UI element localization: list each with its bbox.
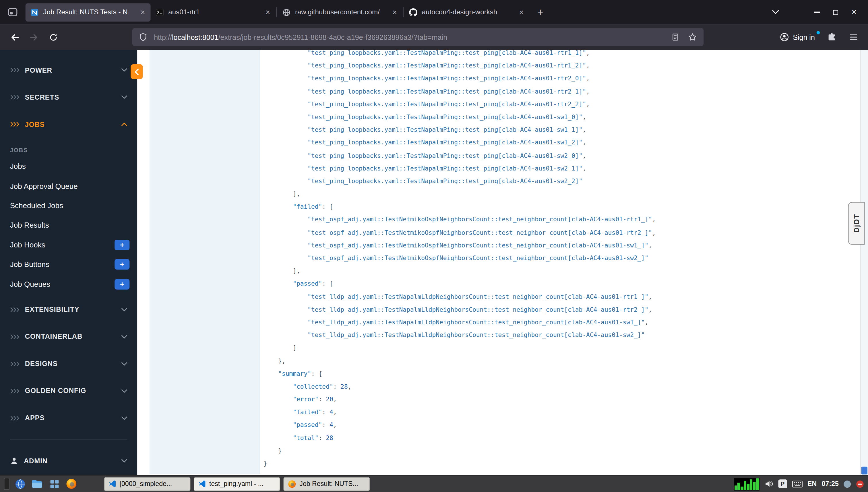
url-text: http://localhost:8001/extras/job-results…	[154, 33, 447, 41]
keyboard-layout-label[interactable]: EN	[808, 480, 817, 488]
json-token: "test_lldp_adj.yaml::TestNapalmLldpNeigh…	[307, 293, 648, 300]
do-not-disturb-icon[interactable]	[856, 479, 864, 488]
taskbar-window-job-result-nuts[interactable]: Job Result: NUTS...	[283, 477, 370, 491]
json-token: "test_ping_loopbacks.yaml::TestNapalmPin…	[307, 126, 582, 133]
browser-tab-aus01-rtr1[interactable]: aus01-rtr1×	[151, 3, 276, 22]
indent	[264, 434, 293, 441]
json-line: ],	[264, 188, 846, 201]
sidebar-item-job-hooks[interactable]: Job Hooks+	[0, 235, 137, 254]
reader-mode-icon[interactable]	[671, 33, 679, 42]
sidebar-group-extensibility[interactable]: EXTENSIBILITY	[0, 296, 137, 323]
show-desktop-button[interactable]	[4, 478, 9, 490]
bookmark-star-icon[interactable]	[688, 33, 697, 42]
browser-tab-autocon4-design-worksh[interactable]: autocon4-design-worksh×	[404, 3, 529, 22]
window-title: [0000_simplede...	[120, 480, 172, 488]
sidebar-group-admin[interactable]: ADMIN	[0, 448, 137, 474]
address-bar[interactable]: http://localhost:8001/extras/job-results…	[132, 28, 703, 46]
taskbar-window-test-ping-yaml[interactable]: test_ping.yaml - ...	[194, 477, 280, 491]
indent	[264, 370, 278, 377]
sign-in-button[interactable]: Sign in	[777, 30, 818, 44]
firefox-view-button[interactable]	[4, 4, 21, 20]
reload-button[interactable]	[44, 28, 62, 46]
triple-chevron-icon	[10, 388, 20, 393]
tab-close-icon[interactable]: ×	[264, 8, 271, 17]
clipboard-manager-icon[interactable]: P	[778, 479, 787, 488]
sidebar-group-power[interactable]: POWER	[0, 56, 137, 83]
json-line: }	[264, 444, 846, 457]
json-line: }	[264, 457, 846, 470]
status-icon[interactable]	[844, 480, 851, 487]
json-token: ,	[348, 383, 352, 390]
vscode-icon	[108, 480, 116, 488]
extensions-icon[interactable]	[823, 28, 840, 46]
tab-close-icon[interactable]: ×	[391, 8, 398, 17]
json-token: : [	[322, 203, 333, 211]
scrollbar-thumb[interactable]	[861, 467, 867, 474]
sidebar-group-golden-config[interactable]: GOLDEN CONFIG	[0, 377, 137, 405]
restore-button[interactable]	[826, 4, 845, 20]
sidebar-item-jobs[interactable]: Jobs	[0, 157, 137, 176]
menu-hamburger-icon[interactable]	[845, 28, 863, 46]
json-token: ]	[293, 344, 297, 352]
add-job-hooks-button[interactable]: +	[115, 240, 129, 250]
sidebar-group-apps[interactable]: APPS	[0, 404, 137, 432]
web-browser-launcher-icon[interactable]	[13, 477, 26, 490]
json-token: :	[333, 383, 341, 390]
new-tab-button[interactable]: +	[532, 4, 548, 20]
json-token: : {	[311, 370, 322, 377]
triple-chevron-icon	[10, 416, 20, 420]
sidebar-item-job-queues[interactable]: Job Queues+	[0, 274, 137, 294]
tracking-protection-shield-icon[interactable]	[139, 33, 147, 42]
json-token: "passed"	[293, 421, 322, 428]
scrollbar[interactable]	[860, 50, 868, 475]
indent	[264, 216, 307, 223]
indent	[264, 383, 293, 390]
firefox-launcher-icon[interactable]	[65, 477, 78, 490]
back-button[interactable]	[5, 28, 23, 46]
minimize-button[interactable]	[807, 4, 826, 20]
volume-icon[interactable]	[764, 480, 773, 488]
json-line: ],	[264, 265, 846, 277]
json-line: "test_lldp_adj.yaml::TestNapalmLldpNeigh…	[264, 329, 846, 342]
sidebar-group-secrets[interactable]: SECRETS	[0, 83, 137, 110]
browser-tab-raw-githubusercontent-co[interactable]: raw.githubusercontent.com/×	[277, 3, 402, 22]
sidebar-item-job-results[interactable]: Job Results	[0, 216, 137, 235]
sidebar-item-label: Jobs	[10, 162, 26, 171]
json-line: "test_ping_loopbacks.yaml::TestNapalmPin…	[264, 149, 846, 162]
triple-chevron-icon	[10, 95, 20, 100]
sidebar-item-job-buttons[interactable]: Job Buttons+	[0, 254, 137, 274]
json-token: "test_ping_loopbacks.yaml::TestNapalmPin…	[307, 114, 582, 121]
account-icon	[780, 33, 789, 42]
app-grid-launcher-icon[interactable]	[48, 477, 61, 490]
taskbar-window-0000-simplede[interactable]: [0000_simplede...	[104, 477, 191, 491]
forward-button[interactable]	[25, 28, 43, 46]
clock[interactable]: 07:25	[822, 480, 839, 488]
close-window-button[interactable]: ×	[845, 4, 864, 20]
sidebar-group-designs[interactable]: DESIGNS	[0, 350, 137, 377]
add-job-buttons-button[interactable]: +	[115, 259, 129, 270]
django-debug-toolbar-handle[interactable]: DjDT	[848, 202, 865, 245]
file-manager-launcher-icon[interactable]	[30, 477, 44, 490]
sidebar-item-scheduled-jobs[interactable]: Scheduled Jobs	[0, 196, 137, 215]
sidebar-group-containerlab[interactable]: CONTAINERLAB	[0, 323, 137, 350]
cpu-graph-icon[interactable]	[734, 477, 760, 490]
chevron-down-icon	[121, 68, 127, 72]
chevron-down-icon	[121, 95, 127, 99]
json-token: "failed"	[293, 203, 322, 211]
tab-close-icon[interactable]: ×	[518, 8, 525, 17]
json-line: "failed": 4,	[264, 406, 846, 419]
sidebar-group-jobs[interactable]: JOBS	[0, 111, 137, 138]
tab-strip: Job Result: NUTS Tests - N×aus01-rtr1×ra…	[26, 0, 529, 24]
json-token: },	[278, 358, 286, 365]
tab-close-icon[interactable]: ×	[140, 8, 146, 17]
json-token: "test_ping_loopbacks.yaml::TestNapalmPin…	[307, 62, 586, 69]
json-line: "passed": 4,	[264, 419, 846, 432]
indent	[264, 319, 307, 326]
json-token: "test_ping_loopbacks.yaml::TestNapalmPin…	[307, 75, 586, 82]
sidebar-item-job-approval-queue[interactable]: Job Approval Queue	[0, 176, 137, 196]
browser-tab-job-result-nuts-tests-n[interactable]: Job Result: NUTS Tests - N×	[26, 3, 151, 22]
list-tabs-chevron-icon[interactable]	[766, 4, 785, 20]
keyboard-icon[interactable]	[792, 480, 802, 487]
sidebar-collapse-button[interactable]	[131, 64, 143, 79]
add-job-queues-button[interactable]: +	[115, 279, 129, 289]
